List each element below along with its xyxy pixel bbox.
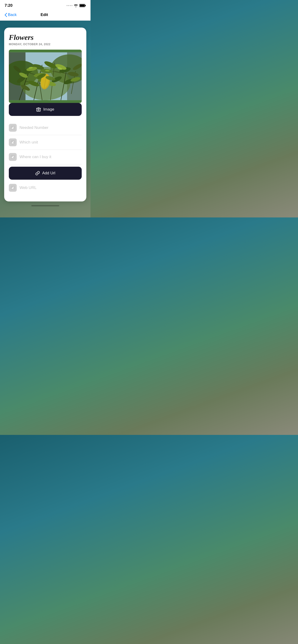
which-unit-row bbox=[9, 135, 82, 150]
where-buy-input[interactable] bbox=[20, 154, 82, 159]
plant-image bbox=[9, 50, 82, 103]
home-bar bbox=[31, 205, 59, 206]
status-bar: 7:20 bbox=[0, 0, 91, 10]
web-url-row bbox=[9, 180, 82, 195]
needed-number-icon-box bbox=[9, 124, 17, 132]
add-url-button[interactable]: Add Url bbox=[9, 167, 82, 180]
which-unit-input[interactable] bbox=[20, 140, 82, 145]
edit-pencil-icon-4 bbox=[11, 186, 15, 190]
battery-icon bbox=[79, 4, 86, 7]
background-area: Flowers Monday, October 24, 2022 bbox=[0, 21, 91, 218]
edit-pencil-icon-2 bbox=[11, 140, 15, 144]
main-card: Flowers Monday, October 24, 2022 bbox=[4, 28, 86, 202]
card-date: Monday, October 24, 2022 bbox=[9, 43, 82, 46]
web-url-input[interactable] bbox=[20, 186, 82, 190]
which-unit-icon-box bbox=[9, 138, 17, 146]
web-url-icon-box bbox=[9, 184, 17, 192]
signal-dots-icon bbox=[67, 5, 72, 6]
link-icon bbox=[35, 171, 40, 176]
needed-number-input[interactable] bbox=[20, 126, 82, 130]
needed-number-row bbox=[9, 120, 82, 135]
where-buy-icon-box bbox=[9, 153, 17, 161]
back-label: Back bbox=[8, 12, 17, 17]
svg-rect-1 bbox=[85, 5, 86, 6]
where-buy-row bbox=[9, 150, 82, 164]
back-button[interactable]: Back bbox=[5, 12, 17, 17]
wifi-icon bbox=[74, 4, 78, 7]
card-title: Flowers bbox=[9, 33, 82, 42]
nav-bar: Back Edit bbox=[0, 10, 91, 21]
delete-image-button[interactable]: Image bbox=[9, 103, 82, 116]
home-indicator bbox=[4, 202, 86, 208]
nav-title: Edit bbox=[41, 12, 48, 17]
status-icons bbox=[67, 4, 86, 7]
delete-image-label: Image bbox=[43, 107, 54, 112]
status-time: 7:20 bbox=[5, 3, 13, 8]
svg-rect-2 bbox=[80, 5, 85, 7]
add-url-label: Add Url bbox=[42, 171, 56, 176]
edit-pencil-icon-3 bbox=[11, 155, 15, 159]
trash-icon bbox=[36, 107, 41, 112]
edit-pencil-icon bbox=[11, 126, 15, 130]
